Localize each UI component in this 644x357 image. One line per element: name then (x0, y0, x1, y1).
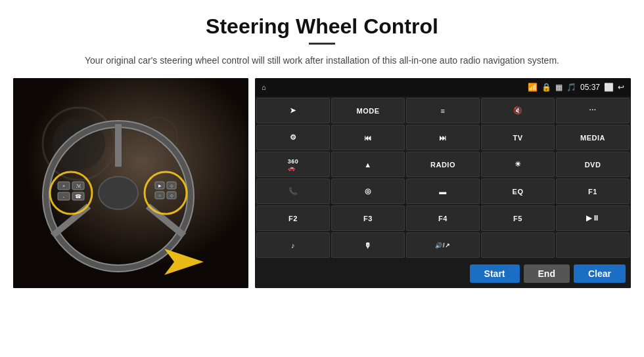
mic-btn[interactable]: 🎙 (331, 232, 405, 258)
mode-btn[interactable]: MODE (331, 98, 405, 123)
f1-btn[interactable]: F1 (556, 178, 630, 204)
title-divider (309, 43, 335, 45)
brightness-btn[interactable]: ☀ (481, 152, 555, 177)
status-bar: ⌂ 📶 🔒 ▦ 🎵 05:37 ⬜ ↩ (255, 78, 631, 96)
empty-btn-1 (481, 232, 555, 258)
back-icon[interactable]: ↩ (618, 83, 624, 92)
control-button-grid: ➤ MODE ≡ 🔇 ⋯ ⚙ ⏮ ⏭ TV MEDIA 360🚗 ▲ RADIO… (255, 96, 631, 259)
eject-btn[interactable]: ▲ (331, 152, 405, 177)
mute-btn[interactable]: 🔇 (481, 98, 555, 123)
camera-360-btn[interactable]: 360🚗 (256, 152, 330, 177)
bottom-action-bar: Start End Clear (255, 259, 631, 288)
home-icon[interactable]: ⌂ (262, 83, 266, 91)
navigate-btn[interactable]: ➤ (256, 98, 330, 123)
dvd-btn[interactable]: DVD (556, 152, 630, 177)
tv-btn[interactable]: TV (481, 125, 555, 150)
svg-text:○: ○ (158, 194, 161, 198)
svg-text:☎: ☎ (75, 194, 81, 200)
eq-btn[interactable]: EQ (481, 178, 555, 204)
svg-point-10 (99, 177, 138, 209)
playpause-btn[interactable]: ▶⏸ (556, 205, 630, 231)
svg-text:◇: ◇ (170, 194, 173, 198)
map-btn[interactable]: ◎ (331, 178, 405, 204)
lock-icon: 🔒 (541, 83, 551, 92)
svg-text:◇: ◇ (170, 184, 173, 188)
svg-text:+: + (62, 184, 65, 188)
f2-btn[interactable]: F2 (256, 205, 330, 231)
steering-wheel-image: + ℳ - ☎ ▶ ◇ ○ ◇ (13, 78, 248, 288)
music-btn[interactable]: ♪ (256, 232, 330, 258)
svg-text:▶: ▶ (158, 184, 162, 188)
page-title: Steering Wheel Control (0, 0, 644, 43)
menu-btn[interactable]: ≡ (406, 98, 480, 123)
settings-btn[interactable]: ⚙ (256, 125, 330, 150)
screen-btn[interactable]: ▬ (406, 178, 480, 204)
next-btn[interactable]: ⏭ (406, 125, 480, 150)
wifi-icon: 📶 (528, 83, 538, 92)
svg-text:ℳ: ℳ (76, 184, 81, 188)
clear-button[interactable]: Clear (574, 264, 626, 283)
apps-btn[interactable]: ⋯ (556, 98, 630, 123)
page-subtitle: Your original car's steering wheel contr… (0, 54, 644, 78)
content-area: + ℳ - ☎ ▶ ◇ ○ ◇ ⌂ (0, 78, 644, 288)
head-unit-panel: ⌂ 📶 🔒 ▦ 🎵 05:37 ⬜ ↩ ➤ MODE ≡ 🔇 ⋯ ⚙ ⏮ ⏭ T… (255, 78, 631, 288)
phone-btn[interactable]: 📞 (256, 178, 330, 204)
screen-icon[interactable]: ⬜ (604, 83, 614, 92)
f5-btn[interactable]: F5 (481, 205, 555, 231)
empty-btn-2 (556, 232, 630, 258)
media-btn[interactable]: MEDIA (556, 125, 630, 150)
bt-icon: 🎵 (566, 83, 576, 92)
sim-icon: ▦ (555, 83, 563, 92)
f3-btn[interactable]: F3 (331, 205, 405, 231)
start-button[interactable]: Start (470, 264, 520, 283)
f4-btn[interactable]: F4 (406, 205, 480, 231)
prev-btn[interactable]: ⏮ (331, 125, 405, 150)
time-display: 05:37 (580, 83, 600, 92)
radio-btn[interactable]: RADIO (406, 152, 480, 177)
end-button[interactable]: End (524, 264, 570, 283)
vol-btn[interactable]: 🔊/↗ (406, 232, 480, 258)
